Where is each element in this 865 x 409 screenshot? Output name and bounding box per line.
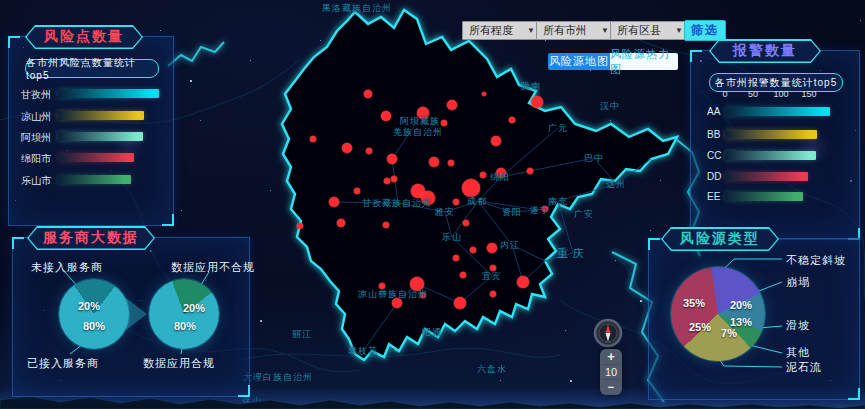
risk-point-marker[interactable] [448,160,454,166]
risk-point-marker[interactable] [384,178,390,184]
risk-point-marker[interactable] [496,168,506,178]
select-county[interactable]: 所有区县 ▼ [610,21,688,40]
legend-item: 不稳定斜坡 [786,253,846,268]
risk-point-marker[interactable] [531,96,543,108]
select-severity-value: 所有程度 [469,23,513,38]
toggle-risk-heatmap[interactable]: 风险源热力图 [610,53,678,70]
risk-point-marker[interactable] [354,188,360,194]
panel-title-badge: 服务商大数据 [27,226,155,250]
panel-title: 服务商大数据 [43,229,139,247]
risk-point-marker[interactable] [329,197,339,207]
bar-label: CC [707,150,721,161]
pie-percent: 80% [174,320,196,332]
bar-label: DD [707,171,721,182]
pie-label-compliant: 数据应用合规 [143,356,215,371]
panel-title: 风险源类型 [680,230,760,248]
axis-tick-label: 0 [722,89,727,99]
pie-percent: 7% [721,327,737,339]
risk-point-marker[interactable] [364,90,372,98]
panel-title-badge: 报警数量 [709,39,821,63]
zoom-level: 10 [600,366,622,379]
bar [58,111,144,120]
risk-point-marker[interactable] [417,107,429,119]
bar [58,132,143,141]
risk-point-marker[interactable] [310,136,316,142]
chart-subtitle: 各市州风险点数量统计top5 [25,59,159,78]
risk-point-marker[interactable] [410,277,424,291]
axis-tick-label: 50 [748,89,758,99]
select-city-value: 所有市州 [543,23,587,38]
risk-point-marker[interactable] [463,220,469,226]
risk-point-marker[interactable] [381,111,391,121]
panel-title-badge: 风险点数量 [25,25,143,49]
chevron-down-icon: ▼ [527,26,535,35]
panel-title: 报警数量 [733,42,797,60]
bar-label: AA [707,106,720,117]
bar-label: BB [707,129,720,140]
risk-point-marker[interactable] [392,298,402,308]
risk-point-marker[interactable] [487,243,497,253]
risk-point-marker[interactable] [297,223,303,229]
select-severity[interactable]: 所有程度 ▼ [462,21,540,40]
risk-point-marker[interactable] [462,179,480,197]
bar [725,192,803,201]
risk-point-marker[interactable] [383,222,389,228]
risk-point-marker[interactable] [454,297,466,309]
risk-point-marker[interactable] [542,206,548,212]
risk-point-marker[interactable] [337,219,345,227]
panel-risk-points: 风险点数量 各市州风险点数量统计top5 甘孜州凉山州阿坝州绵阳市乐山市 [8,36,174,226]
risk-point-marker[interactable] [490,291,496,297]
risk-point-marker[interactable] [387,154,397,164]
risk-point-marker[interactable] [441,120,447,126]
risk-point-marker[interactable] [509,117,515,123]
pie-data-compliance[interactable] [149,279,219,349]
bar-label: 甘孜州 [21,88,51,102]
bar-label: 阿坝州 [21,131,51,145]
bar-label: 乐山市 [21,174,51,188]
risk-point-marker[interactable] [420,292,426,298]
panel-alarms: 报警数量 各市州报警数量统计top5 AABBCCDDEE050100150 [690,50,860,240]
risk-point-marker[interactable] [366,148,372,154]
compass-icon[interactable] [593,318,623,348]
risk-point-marker[interactable] [379,283,385,289]
risk-point-marker[interactable] [482,92,486,96]
dashboard-root: 果洛藏族自治州陇南汉中广元巴中达州阿坝藏族羌族自治州绵阳成都南充遂宁广安资阳雅安… [0,0,865,409]
bar-label: EE [707,191,720,202]
risk-point-marker[interactable] [453,255,459,261]
bar [58,175,131,184]
bar [725,172,808,181]
risk-point-marker[interactable] [490,265,496,271]
risk-point-marker[interactable] [491,136,501,146]
risk-point-marker[interactable] [480,172,486,178]
panel-service-bigdata: 服务商大数据 未接入服务商 数据应用不合规 已接入服务商 数据应用合规 20% … [12,237,250,397]
zoom-in-button[interactable]: + [600,350,622,363]
pie-risk-types[interactable] [671,267,765,361]
risk-point-marker[interactable] [421,191,435,205]
legend-item: 滑坡 [786,318,810,333]
bar [58,153,134,162]
bar [725,151,816,160]
risk-point-marker[interactable] [460,272,466,278]
risk-point-marker[interactable] [470,247,476,253]
pie-service-access[interactable] [59,279,129,349]
bar-label: 凉山州 [21,110,51,124]
select-city[interactable]: 所有市州 ▼ [536,21,614,40]
chevron-down-icon: ▼ [601,26,609,35]
risk-point-marker[interactable] [391,176,397,182]
toggle-risk-map[interactable]: 风险源地图 [548,53,610,70]
chevron-down-icon: ▼ [675,26,683,35]
bar-label: 绵阳市 [21,152,51,166]
risk-point-marker[interactable] [429,157,439,167]
risk-point-marker[interactable] [342,143,352,153]
risk-point-marker[interactable] [517,276,529,288]
zoom-out-button[interactable]: − [600,381,622,394]
risk-point-marker[interactable] [447,100,457,110]
risk-point-marker[interactable] [453,199,459,205]
pie-label-noncompliant: 数据应用不合规 [171,260,255,275]
risk-point-marker[interactable] [527,168,533,174]
pie-percent: 20% [730,299,752,311]
filter-button[interactable]: 筛选 [684,20,726,41]
pie-label-connected: 已接入服务商 [27,356,99,371]
pie-percent: 20% [78,300,100,312]
pie-percent: 80% [83,320,105,332]
